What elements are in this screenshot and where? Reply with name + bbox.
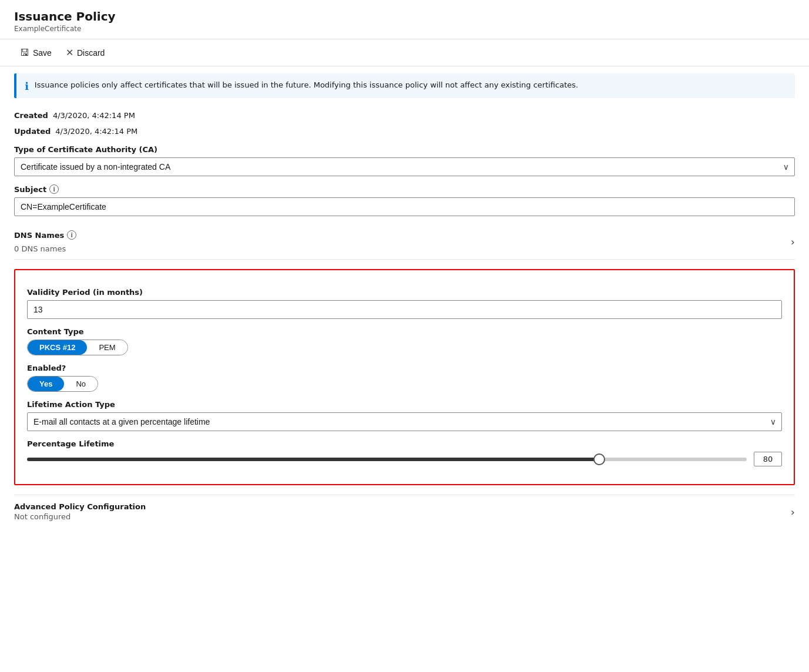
subject-info-icon[interactable]: i (49, 184, 59, 194)
discard-label: Discard (77, 48, 105, 58)
enabled-no-button[interactable]: No (64, 377, 98, 391)
ca-type-select[interactable]: Certificate issued by a non-integrated C… (14, 157, 795, 176)
advanced-policy-info: Advanced Policy Configuration Not config… (14, 502, 146, 521)
ca-type-field: Type of Certificate Authority (CA) Certi… (14, 145, 795, 176)
percentage-lifetime-slider[interactable] (27, 458, 747, 461)
discard-icon: ✕ (66, 47, 73, 58)
validity-period-input[interactable] (27, 300, 782, 319)
advanced-policy-chevron-right-icon: › (791, 506, 795, 518)
updated-row: Updated 4/3/2020, 4:42:14 PM (14, 121, 795, 137)
subject-field: Subject i (14, 184, 795, 216)
info-banner-icon: ℹ (25, 80, 29, 92)
content-type-pkcs12-button[interactable]: PKCS #12 (28, 340, 87, 355)
validity-period-label: Validity Period (in months) (27, 288, 782, 297)
created-row: Created 4/3/2020, 4:42:14 PM (14, 105, 795, 121)
enabled-yes-button[interactable]: Yes (28, 377, 64, 391)
page-header: Issuance Policy ExampleCertificate (0, 0, 809, 39)
save-icon: 🖫 (20, 48, 29, 58)
toolbar: 🖫 Save ✕ Discard (0, 39, 809, 66)
lifetime-action-select[interactable]: E-mail all contacts at a given percentag… (27, 412, 782, 431)
dns-names-info: DNS Names i 0 DNS names (14, 230, 76, 253)
advanced-policy-label: Advanced Policy Configuration (14, 502, 146, 511)
page-title: Issuance Policy (14, 9, 795, 23)
enabled-field: Enabled? Yes No (27, 364, 782, 392)
content-type-label: Content Type (27, 327, 782, 336)
percentage-lifetime-label: Percentage Lifetime (27, 439, 782, 448)
ca-type-label: Type of Certificate Authority (CA) (14, 145, 795, 154)
subject-label: Subject i (14, 184, 795, 194)
lifetime-action-label: Lifetime Action Type (27, 400, 782, 409)
updated-label: Updated (14, 127, 51, 136)
content-type-field: Content Type PKCS #12 PEM (27, 327, 782, 355)
content-type-toggle: PKCS #12 PEM (27, 340, 128, 355)
dns-info-icon[interactable]: i (67, 230, 76, 240)
info-banner: ℹ Issuance policies only affect certific… (14, 73, 795, 98)
enabled-label: Enabled? (27, 364, 782, 372)
lifetime-action-select-wrapper: E-mail all contacts at a given percentag… (27, 412, 782, 431)
dns-chevron-right-icon: › (791, 236, 795, 248)
percentage-lifetime-value: 80 (754, 452, 782, 466)
subject-input[interactable] (14, 197, 795, 216)
discard-button[interactable]: ✕ Discard (60, 44, 110, 61)
highlighted-section: Validity Period (in months) Content Type… (14, 269, 795, 485)
dns-names-row[interactable]: DNS Names i 0 DNS names › (14, 224, 795, 260)
percentage-lifetime-field: Percentage Lifetime 80 (27, 439, 782, 466)
save-button[interactable]: 🖫 Save (14, 45, 58, 61)
info-banner-text: Issuance policies only affect certificat… (35, 79, 578, 91)
ca-type-select-wrapper: Certificate issued by a non-integrated C… (14, 157, 795, 176)
created-label: Created (14, 111, 48, 120)
page-subtitle: ExampleCertificate (14, 25, 795, 33)
validity-period-field: Validity Period (in months) (27, 288, 782, 319)
content-area: Created 4/3/2020, 4:42:14 PM Updated 4/3… (0, 105, 809, 528)
created-value: 4/3/2020, 4:42:14 PM (53, 111, 135, 120)
updated-value: 4/3/2020, 4:42:14 PM (55, 127, 137, 136)
lifetime-action-field: Lifetime Action Type E-mail all contacts… (27, 400, 782, 431)
enabled-toggle: Yes No (27, 376, 98, 392)
content-type-pem-button[interactable]: PEM (87, 340, 127, 355)
advanced-policy-row[interactable]: Advanced Policy Configuration Not config… (14, 495, 795, 528)
percentage-lifetime-slider-container: 80 (27, 452, 782, 466)
save-label: Save (33, 48, 52, 58)
dns-names-label: DNS Names i (14, 230, 76, 240)
advanced-policy-value: Not configured (14, 512, 146, 521)
dns-count: 0 DNS names (14, 244, 76, 253)
